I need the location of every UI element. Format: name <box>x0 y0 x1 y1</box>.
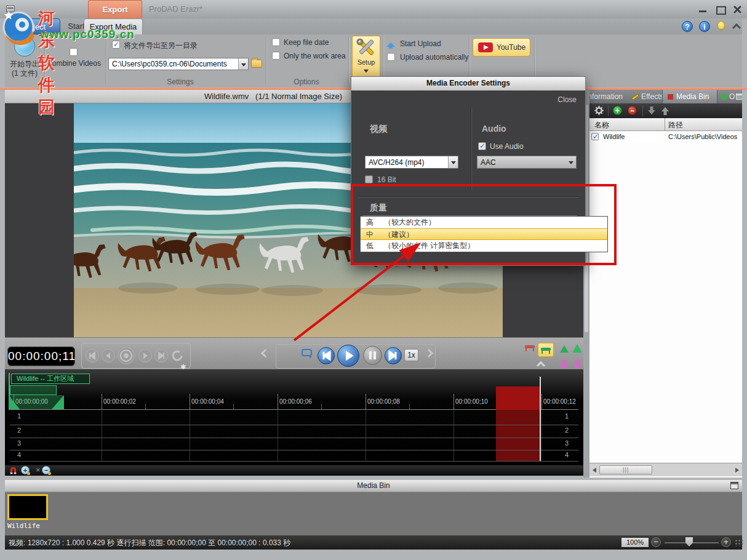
quality-option-low[interactable]: 低（较小的文件 计算密集型） <box>361 240 607 252</box>
help-icon[interactable]: ? <box>682 21 693 32</box>
green-square-icon <box>721 94 727 100</box>
play-button[interactable] <box>337 345 359 367</box>
export-sphere-icon <box>14 36 35 57</box>
combine-videos-box[interactable] <box>70 48 78 56</box>
keyframe-in-icon[interactable] <box>560 345 569 353</box>
marker-a-icon[interactable] <box>561 360 567 368</box>
preview-title: Wildlife.wmv (1/1 Normal Image Size) <box>10 92 342 101</box>
work-area-clip[interactable] <box>10 385 57 395</box>
gear-icon[interactable] <box>594 106 604 115</box>
skip-to-end-button[interactable] <box>385 347 402 364</box>
move-up-icon[interactable] <box>661 106 669 116</box>
youtube-play-icon <box>478 42 493 52</box>
media-horizontal-scrollbar[interactable]: ||| <box>589 463 742 476</box>
timecode-display: 00:00:00;11 <box>7 346 75 366</box>
video-section-label: 视频 <box>370 124 387 135</box>
zoom-in-icon[interactable]: + <box>21 466 30 474</box>
app-window: Export ProDAD Erazr* Project Start Expor… <box>0 0 747 560</box>
close-button[interactable] <box>731 5 745 14</box>
media-bin-window-icon[interactable] <box>730 482 738 489</box>
snap-magnet-icon[interactable] <box>9 466 18 475</box>
tab-effects[interactable]: Effects <box>641 92 663 101</box>
ruler-tick-label: 00:00:00;02 <box>103 398 136 405</box>
work-area-label[interactable]: Wildlife -- 工作区域 <box>11 374 90 384</box>
keyframe-out-icon[interactable] <box>572 344 582 353</box>
timeline-view-button-active[interactable] <box>538 343 554 357</box>
tip-lightbulb-icon[interactable] <box>717 21 725 30</box>
upload-automatically-checkbox[interactable] <box>387 53 395 61</box>
dialog-close-button[interactable]: Close <box>557 95 577 104</box>
tab-o[interactable]: O <box>729 92 735 101</box>
clip-view-icon[interactable] <box>525 345 535 348</box>
add-media-button[interactable]: + <box>613 106 622 115</box>
path-dropdown-icon[interactable] <box>238 58 248 70</box>
skip-to-start-button[interactable] <box>318 347 335 364</box>
tab-media-bin-active[interactable]: Media Bin <box>662 90 717 103</box>
zoom-slider-handle[interactable] <box>685 537 693 546</box>
start-upload-icon[interactable] <box>386 38 396 48</box>
info-icon[interactable]: i <box>699 21 710 32</box>
panel-left-chevron-icon[interactable] <box>261 349 270 358</box>
play-disabled-icon <box>138 349 152 362</box>
video-codec-dropdown-icon[interactable] <box>448 156 458 168</box>
start-upload-label[interactable]: Start Upload <box>400 39 441 48</box>
start-export-button[interactable]: 开始导出 (1 文件) <box>6 36 43 81</box>
media-bin-thumbnail[interactable] <box>7 494 48 520</box>
export-path-combobox[interactable]: C:\Users\pc0359.cn-06\Documents <box>108 58 249 70</box>
setup-button[interactable]: Setup <box>352 36 380 79</box>
16bit-checkbox[interactable] <box>365 175 373 183</box>
panel-window-icon[interactable] <box>736 94 742 100</box>
tab-project[interactable]: Project <box>6 18 60 34</box>
dialog-title[interactable]: Media Encoder Settings <box>351 77 585 90</box>
video-codec-combobox[interactable]: AVC/H264 (mp4) <box>365 156 458 169</box>
move-down-icon[interactable] <box>647 106 656 116</box>
selection-range-ruler <box>496 386 540 410</box>
ruler-tick-label: 00:00:00;10 <box>455 398 488 405</box>
scrollbar-thumb[interactable]: ||| <box>599 465 652 474</box>
timeline-toolbar: + ✕ − <box>5 465 583 476</box>
media-table-row[interactable]: Wildlife C:\Users\Public\Videos <box>589 131 742 143</box>
app-menu-icon[interactable] <box>6 6 15 12</box>
tab-export-media[interactable]: Export Media <box>84 18 143 34</box>
zoom-out-button[interactable]: − <box>651 537 661 547</box>
zoom-out-icon[interactable]: − <box>42 466 50 474</box>
ruler-tick-label: 00:00:00;04 <box>191 398 224 405</box>
browse-folder-icon[interactable] <box>251 60 262 68</box>
contextual-tab-export[interactable]: Export <box>88 0 142 18</box>
loop-disabled-icon <box>170 349 184 362</box>
playhead[interactable] <box>540 377 541 461</box>
right-panel-tabs: Information Effects Media Bin O <box>589 90 742 103</box>
right-panel: Information Effects Media Bin O + − 名称 <box>589 90 742 478</box>
export-dir-checkbox[interactable] <box>112 41 120 49</box>
quality-section-label: 质量 <box>370 202 387 214</box>
resize-grip[interactable] <box>735 539 743 546</box>
scroll-right-icon[interactable] <box>735 468 739 473</box>
only-work-area-checkbox[interactable] <box>272 52 280 60</box>
timeline[interactable]: Wildlife -- 工作区域 00:00:00;00 00:00:00;02… <box>5 369 583 465</box>
youtube-button[interactable]: YouTube <box>473 38 530 57</box>
quality-dropdown-list: 高（较大的文件） 中（建议） 低（较小的文件 计算密集型） <box>360 216 608 252</box>
quality-option-medium-selected[interactable]: 中（建议） <box>361 228 607 240</box>
audio-codec-combobox[interactable]: AAC <box>477 156 577 169</box>
timeline-view-icon <box>541 348 551 351</box>
minimize-button[interactable] <box>697 5 710 14</box>
playback-speed-button[interactable]: 1x <box>404 349 418 361</box>
quality-option-high[interactable]: 高（较大的文件） <box>361 217 607 228</box>
remove-media-button[interactable]: − <box>628 106 637 115</box>
use-audio-checkbox[interactable] <box>478 142 486 150</box>
selection-range-tracks <box>496 410 540 461</box>
media-table-header: 名称 路径 <box>589 118 742 131</box>
audio-codec-dropdown-icon[interactable] <box>566 156 576 168</box>
zoom-in-button[interactable]: + <box>721 537 731 547</box>
keep-file-date-checkbox[interactable] <box>272 38 280 46</box>
maximize-button[interactable] <box>714 5 727 14</box>
collapse-ribbon-icon[interactable] <box>732 23 741 32</box>
expand-chevron-icon[interactable] <box>537 361 545 370</box>
media-row-checkbox[interactable] <box>591 133 599 140</box>
pause-button[interactable] <box>363 346 382 365</box>
loop-playback-icon[interactable] <box>302 348 314 358</box>
tab-information[interactable]: Information <box>589 92 623 101</box>
marker-b-icon[interactable] <box>574 360 581 368</box>
scroll-left-icon[interactable] <box>593 468 596 473</box>
step-back-disabled-icon <box>102 349 115 362</box>
